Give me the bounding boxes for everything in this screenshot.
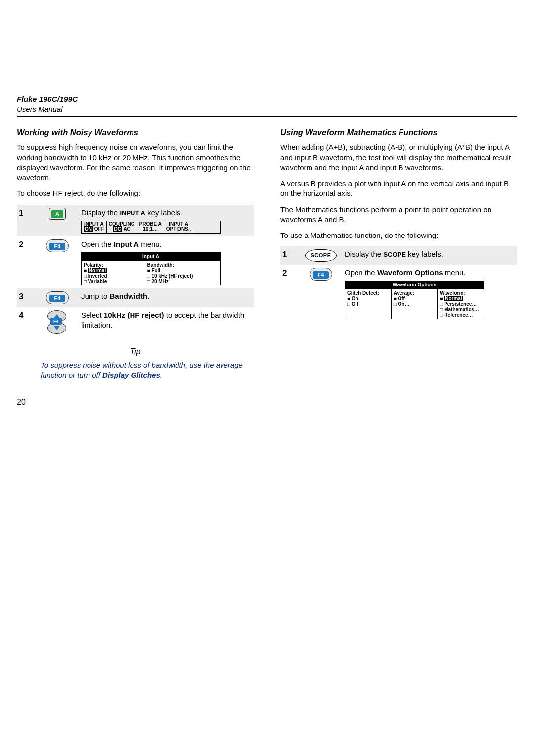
lcd-text: OFF: [93, 226, 104, 232]
lcd-text: ON: [84, 226, 93, 232]
lcd-text: Glitch Detect:: [347, 290, 379, 296]
step-number: 2: [280, 265, 299, 322]
right-section-title: Using Waveform Mathematics Functions: [280, 127, 517, 138]
lcd-col: Bandwidth: Full 10 kHz (HF reject) 20 MH…: [145, 261, 220, 285]
lcd-text: Off: [347, 301, 358, 307]
key-label: F4: [50, 318, 62, 325]
key-label: A: [51, 210, 64, 218]
right-column: Using Waveform Mathematics Functions Whe…: [280, 126, 517, 408]
lcd-panel-body: Polarity: ■ Normal Inverted Variable Ban…: [82, 261, 220, 285]
page: Fluke 196C/199C Users Manual Working wit…: [0, 0, 534, 427]
right-paragraph-2: A versus B provides a plot with input A …: [280, 179, 517, 199]
table-row: 1 SCOPE Display the scope key labels.: [280, 246, 517, 265]
page-number: 20: [17, 397, 254, 408]
arrow-keys-icon: F4: [46, 310, 68, 334]
lcd-text: AC: [122, 226, 131, 232]
key-label: F4: [313, 271, 329, 279]
step-text: Display the: [81, 208, 120, 217]
step-description: Display the input a key labels. INPUT AO…: [79, 205, 254, 236]
right-paragraph-1: When adding (A+B), subtracting (A-B), or…: [280, 142, 517, 173]
step-text-bold: Waveform Options: [377, 268, 443, 277]
step-number: 4: [17, 307, 36, 339]
lcd-text: INPUT A: [84, 221, 104, 227]
lcd-panel-body: Glitch Detect: On Off Average: Off On…: [345, 289, 484, 319]
step-text: Open the: [345, 268, 377, 277]
tip-label: Tip: [17, 346, 254, 357]
key-f4-icon: F4: [310, 268, 333, 281]
step-text: Select: [81, 311, 104, 319]
table-row: 2 F4 Open the Input A menu. Input A Pola…: [17, 236, 254, 288]
header-manual: Users Manual: [17, 105, 517, 113]
step-text: key labels.: [145, 208, 182, 217]
lcd-col: Average: Off On…: [392, 289, 438, 319]
lcd-text: Normal: [444, 296, 463, 301]
lcd-text: 10 kHz (HF reject): [147, 273, 193, 279]
right-paragraph-4: To use a Mathematics function, do the fo…: [280, 231, 517, 240]
lcd-text: Waveform:: [440, 290, 465, 296]
step-text-bold: Input A: [114, 240, 139, 248]
header-rule: [17, 116, 517, 117]
step-text: key labels.: [406, 250, 443, 258]
step-key-icon: SCOPE: [299, 246, 343, 265]
lcd-panel-title: Input A: [82, 253, 220, 261]
softkey-cell: PROBE A10:1…: [137, 221, 164, 233]
lcd-text: Normal: [88, 268, 107, 273]
table-row: 4 F4 Select 10kHz (HF reject) to accept …: [17, 307, 254, 339]
lcd-text: Mathematics…: [440, 307, 479, 312]
step-text-sc: input a: [120, 209, 145, 217]
header-model: Fluke 196C/199C: [17, 95, 517, 104]
key-label: F4: [49, 243, 66, 250]
key-scope-icon: SCOPE: [305, 249, 336, 262]
left-paragraph-1: To suppress high frequency noise on wave…: [17, 142, 254, 183]
page-header: Fluke 196C/199C Users Manual: [17, 95, 517, 113]
lcd-text: Inverted: [84, 273, 107, 279]
step-description: Open the Input A menu. Input A Polarity:…: [79, 236, 254, 288]
lcd-input-a-panel: Input A Polarity: ■ Normal Inverted Vari…: [81, 252, 221, 285]
lcd-text: 20 MHz: [147, 279, 169, 284]
key-f4-icon: F4: [46, 239, 69, 252]
key-a-icon: A: [49, 208, 66, 220]
lcd-col: Glitch Detect: On Off: [345, 289, 392, 319]
step-key-icon: F4: [36, 307, 79, 339]
lcd-text: On: [347, 296, 358, 301]
lcd-col: Waveform: ■ Normal Persistence… Mathemat…: [438, 289, 484, 319]
step-text-sc: scope: [383, 251, 406, 258]
lcd-text: Off: [394, 296, 405, 301]
step-text-bold: 10kHz (HF reject): [104, 311, 164, 319]
left-column: Working with Noisy Waveforms To suppress…: [17, 126, 254, 408]
key-label: F4: [49, 295, 66, 302]
left-steps-table: 1 A Display the input a key labels. INPU…: [17, 205, 254, 340]
step-text: menu.: [443, 268, 466, 277]
left-section-title: Working with Noisy Waveforms: [17, 127, 254, 138]
lcd-text: INPUT A: [169, 221, 188, 227]
content-columns: Working with Noisy Waveforms To suppress…: [17, 126, 517, 408]
table-row: 3 F4 Jump to Bandwidth.: [17, 288, 254, 307]
step-text-bold: Bandwidth: [110, 292, 148, 300]
lcd-softkey-bar: INPUT AON OFF COUPLINGDC AC PROBE A10:1……: [81, 221, 221, 234]
lcd-col: Polarity: ■ Normal Inverted Variable: [82, 261, 145, 285]
step-key-icon: F4: [36, 236, 79, 288]
key-f4-icon: F4: [46, 291, 69, 304]
step-text: .: [147, 292, 149, 300]
step-number: 3: [17, 288, 36, 307]
step-number: 1: [17, 205, 36, 236]
lcd-text: Average:: [394, 290, 414, 296]
left-paragraph-2: To choose HF reject, do the following:: [17, 189, 254, 198]
step-key-icon: F4: [299, 265, 343, 322]
lcd-text: Reference…: [440, 312, 473, 318]
right-steps-table: 1 SCOPE Display the scope key labels. 2 …: [280, 246, 517, 322]
step-key-icon: A: [36, 205, 79, 236]
lcd-text: 10:1…: [143, 226, 158, 232]
table-row: 1 A Display the input a key labels. INPU…: [17, 205, 254, 236]
step-description: Open the Waveform Options menu. Waveform…: [343, 265, 517, 322]
tip-text: .: [160, 371, 162, 379]
tip-body: To suppress noise without loss of bandwi…: [41, 360, 243, 380]
lcd-text: DC: [113, 226, 122, 232]
tip-text-bold: Display Glitches: [102, 371, 160, 379]
step-description: Select 10kHz (HF reject) to accept the b…: [79, 307, 254, 339]
right-paragraph-3: The Mathematics functions perform a poin…: [280, 205, 517, 225]
softkey-cell: COUPLINGDC AC: [107, 221, 137, 233]
step-text: Display the: [345, 250, 383, 258]
step-text: Open the: [81, 240, 114, 248]
lcd-text: Persistence…: [440, 301, 477, 307]
